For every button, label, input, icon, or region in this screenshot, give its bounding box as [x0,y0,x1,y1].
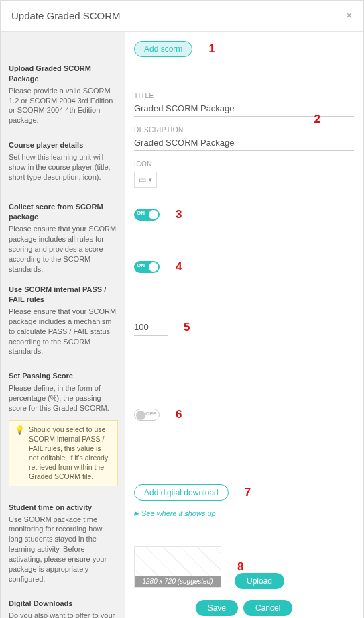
bg-image-hint: 1280 x 720 (suggested) [135,576,221,587]
annotation-5: 5 [184,321,190,334]
dialog-title: Update Graded SCORM [11,10,121,21]
student-time-toggle[interactable]: OFF [134,409,160,421]
update-scorm-dialog: Update Graded SCORM × Upload Graded SCOR… [0,0,364,618]
add-scorm-button[interactable]: Add scorm [134,41,192,57]
side-heading-upload: Upload Graded SCORM Package [9,64,118,84]
bulb-icon: 💡 [15,425,25,482]
passing-score-input[interactable] [134,319,168,336]
tip-box: 💡 Should you select to use SCORM interna… [9,420,118,486]
save-button[interactable]: Save [196,600,238,616]
collect-score-toggle[interactable]: ON [134,209,160,221]
side-desc-upload: Please provide a valid SCORM 1.2 or SCOR… [9,86,118,125]
side-desc-collect: Please ensure that your SCORM package in… [9,224,118,274]
side-heading-setpass: Set Passing Score [9,371,118,381]
side-heading-player: Course player details [9,140,118,150]
close-icon[interactable]: × [345,9,353,23]
side-desc-setpass: Please define, in the form of percentage… [9,383,118,413]
annotation-6: 6 [176,408,182,421]
label-icon: ICON [134,160,354,168]
dialog-header: Update Graded SCORM × [1,1,363,32]
annotation-1: 1 [208,42,215,56]
side-heading-collect: Collect score from SCORM package [9,202,118,222]
cancel-button[interactable]: Cancel [243,600,292,616]
annotation-8: 8 [237,560,243,574]
passfail-toggle[interactable]: ON [134,261,160,273]
label-title: TITLE [134,92,354,99]
side-heading-passfail: Use SCORM internal PASS / FAIL rules [9,285,118,305]
upload-button[interactable]: Upload [235,573,284,589]
annotation-7: 7 [245,486,251,499]
side-heading-time: Student time on activity [9,503,118,513]
annotation-2: 2 [314,113,320,126]
side-desc-time: Use SCORM package time monitoring for re… [9,515,118,584]
description-input[interactable] [134,135,354,151]
annotation-4: 4 [176,260,182,274]
chevron-down-icon: ▾ [149,176,152,183]
annotation-3: 3 [176,208,182,221]
main-panel: Add scorm 1 TITLE 2 DESCRIPTION ICON ▭ ▾ [125,32,363,618]
sidebar: Upload Graded SCORM Package Please provi… [1,32,125,618]
bg-image-preview: 1280 x 720 (suggested) [134,546,221,588]
icon-picker[interactable]: ▭ ▾ [134,172,157,188]
side-desc-player: Set how this learning unit will show in … [9,152,118,183]
add-digital-download-button[interactable]: Add digital download [134,484,229,501]
triangle-right-icon: ▶ [134,510,139,517]
side-desc-passfail: Please ensure that your SCORM package in… [9,307,118,356]
see-where-link[interactable]: ▶ See where it shows up [134,509,216,517]
label-description: DESCRIPTION [134,126,354,134]
side-desc-downloads: Do you also want to offer to your studen… [9,611,118,618]
tip-text: Should you select to use SCORM internal … [29,425,112,482]
title-input[interactable] [134,101,354,117]
icon-placeholder-icon: ▭ [139,175,146,185]
side-heading-downloads: Digital Downloads [9,599,118,609]
